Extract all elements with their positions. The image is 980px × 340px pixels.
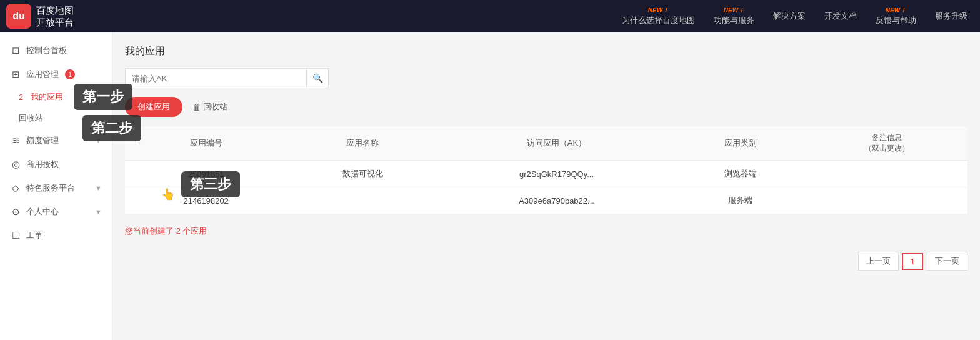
- table-row: 2146198202 A309e6a790bab22... 服务端: [125, 188, 968, 214]
- app-management-icon: ⊞: [10, 69, 21, 80]
- sidebar-label-personal: 个人中心: [26, 206, 59, 218]
- app-id-2: 2146198202: [125, 188, 287, 214]
- nav-item-features[interactable]: NEW！ 功能与服务: [714, 6, 754, 26]
- sidebar-item-license[interactable]: ◎ 商用授权: [0, 152, 112, 176]
- personal-icon: ⊙: [10, 206, 21, 218]
- nav-item-why[interactable]: NEW！ 为什么选择百度地图: [622, 6, 695, 26]
- sidebar: ⊡ 控制台首板 ⊞ 应用管理 1 2 我的应用 回收站 ≋ 额度管理 ▼ ◎ 商…: [0, 32, 112, 340]
- recycle-icon: 🗑: [192, 102, 201, 112]
- nav-item-docs[interactable]: 开发文档: [824, 11, 857, 22]
- sidebar-item-dashboard[interactable]: ⊡ 控制台首板: [0, 39, 112, 62]
- app-count-num: 2: [176, 226, 181, 236]
- col-name: 应用名称: [287, 126, 438, 161]
- my-apps-badge: 2: [19, 92, 23, 102]
- main-content: 我的应用 🔍 创建应用 🗑 回收站 应用编号 应用名称 访问应用（AK） 应用类…: [112, 32, 980, 340]
- app-note-2[interactable]: [806, 188, 968, 214]
- special-icon: ◇: [10, 182, 21, 194]
- app-name-1: 数据可视化: [287, 161, 438, 188]
- nav-label-features: 功能与服务: [714, 15, 754, 26]
- nav-item-upgrade[interactable]: 服务升级: [935, 11, 968, 22]
- search-button[interactable]: 🔍: [306, 68, 329, 88]
- app-count-suffix: 个应用: [181, 226, 208, 236]
- nav-label-why: 为什么选择百度地图: [622, 15, 695, 26]
- search-bar: 🔍: [125, 68, 968, 88]
- logo[interactable]: du 百度地图 开放平台: [6, 4, 74, 29]
- layout: ⊡ 控制台首板 ⊞ 应用管理 1 2 我的应用 回收站 ≋ 额度管理 ▼ ◎ 商…: [0, 32, 980, 340]
- search-input[interactable]: [125, 68, 306, 88]
- recycle-bin-button[interactable]: 🗑 回收站: [192, 101, 228, 112]
- sidebar-label-my-apps: 我的应用: [31, 91, 63, 102]
- sidebar-label-license: 商用授权: [26, 159, 59, 170]
- app-count: 您当前创建了 2 个应用: [125, 221, 968, 242]
- action-bar: 创建应用 🗑 回收站: [125, 97, 968, 117]
- app-type-2: 服务端: [675, 188, 806, 214]
- logo-text: 百度地图 开放平台: [36, 4, 74, 29]
- app-note-1[interactable]: [806, 161, 968, 188]
- recycle-label: 回收站: [203, 101, 228, 112]
- dashboard-icon: ⊡: [10, 45, 21, 56]
- table-row: 25091851 数据可视化 gr2SqGkR179QQy... 浏览器端: [125, 161, 968, 188]
- sidebar-label-quota: 额度管理: [26, 135, 59, 146]
- new-badge-why: NEW！: [648, 6, 669, 15]
- license-icon: ◎: [10, 159, 21, 170]
- next-page-button[interactable]: 下一页: [927, 252, 968, 271]
- sidebar-item-workorder[interactable]: ☐ 工单: [0, 224, 112, 248]
- new-badge-features: NEW！: [724, 6, 744, 15]
- nav-label-docs: 开发文档: [824, 11, 857, 22]
- personal-arrow: ▼: [95, 208, 102, 216]
- top-nav-menu: NEW！ 为什么选择百度地图 NEW！ 功能与服务 解决方案 开发文档 NEW！…: [622, 6, 968, 26]
- nav-item-solution[interactable]: 解决方案: [773, 11, 806, 22]
- sidebar-label-special: 特色服务平台: [26, 182, 75, 194]
- new-badge-feedback: NEW！: [886, 6, 906, 15]
- workorder-icon: ☐: [10, 230, 21, 241]
- prev-page-button[interactable]: 上一页: [858, 252, 899, 271]
- nav-label-upgrade: 服务升级: [935, 11, 968, 22]
- sidebar-item-personal[interactable]: ⊙ 个人中心 ▼: [0, 200, 112, 224]
- page-1-button[interactable]: 1: [902, 253, 923, 270]
- app-management-badge: 1: [65, 69, 75, 79]
- sidebar-label-recycle: 回收站: [19, 112, 43, 124]
- col-ak: 访问应用（AK）: [438, 126, 676, 161]
- app-count-prefix: 您当前创建了: [125, 226, 176, 236]
- quota-arrow: ▼: [95, 137, 102, 144]
- app-id-1: 25091851: [125, 161, 287, 188]
- sidebar-sub-item-recycle[interactable]: 回收站: [0, 108, 112, 129]
- page-title: 我的应用: [125, 45, 968, 58]
- app-ak-2: A309e6a790bab22...: [438, 188, 676, 214]
- nav-item-feedback[interactable]: NEW！ 反馈与帮助: [876, 6, 916, 26]
- create-app-button[interactable]: 创建应用: [125, 97, 182, 117]
- col-id: 应用编号: [125, 126, 287, 161]
- col-type: 应用类别: [675, 126, 806, 161]
- sidebar-label-app-management: 应用管理: [26, 69, 59, 80]
- sidebar-item-quota[interactable]: ≋ 额度管理 ▼: [0, 129, 112, 152]
- sidebar-item-special[interactable]: ◇ 特色服务平台 ▼: [0, 176, 112, 200]
- app-table: 应用编号 应用名称 访问应用（AK） 应用类别 备注信息 （双击更改） 2509…: [125, 126, 968, 214]
- sidebar-item-app-management[interactable]: ⊞ 应用管理 1: [0, 62, 112, 86]
- sidebar-label-workorder: 工单: [26, 230, 42, 241]
- nav-label-feedback: 反馈与帮助: [876, 15, 916, 26]
- top-nav: du 百度地图 开放平台 NEW！ 为什么选择百度地图 NEW！ 功能与服务 解…: [0, 0, 980, 32]
- app-ak-1: gr2SqGkR179QQy...: [438, 161, 676, 188]
- nav-label-solution: 解决方案: [773, 11, 806, 22]
- app-name-2: [287, 188, 438, 214]
- search-icon: 🔍: [312, 73, 323, 83]
- special-arrow: ▼: [95, 184, 102, 192]
- app-type-1: 浏览器端: [675, 161, 806, 188]
- col-note: 备注信息 （双击更改）: [806, 126, 968, 161]
- pagination: 上一页 1 下一页: [125, 252, 968, 271]
- logo-icon: du: [6, 4, 31, 29]
- sidebar-label-dashboard: 控制台首板: [26, 45, 67, 56]
- sidebar-sub-item-my-apps[interactable]: 2 我的应用: [0, 86, 112, 108]
- quota-icon: ≋: [10, 135, 21, 146]
